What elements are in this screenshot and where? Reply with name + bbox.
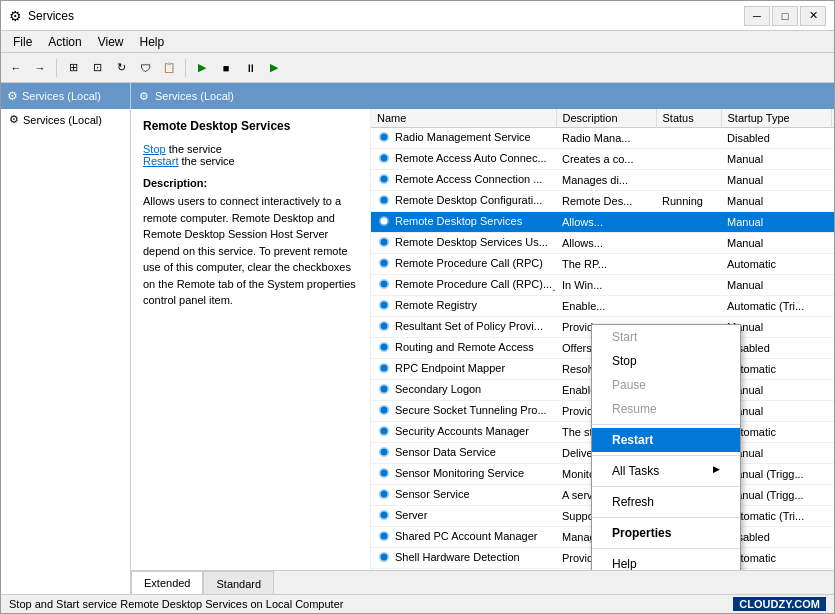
stop-link[interactable]: Stop bbox=[143, 143, 166, 155]
svg-point-27 bbox=[381, 407, 388, 414]
show-hide-button[interactable]: ⊡ bbox=[86, 57, 108, 79]
tb-sep1 bbox=[56, 59, 57, 77]
ctx-sep1 bbox=[592, 424, 740, 425]
tab-standard[interactable]: Standard bbox=[203, 571, 274, 594]
ctx-sep4 bbox=[592, 517, 740, 518]
ctx-sep2 bbox=[592, 455, 740, 456]
stop-suffix: the service bbox=[169, 143, 222, 155]
resume-button[interactable]: ▶ bbox=[263, 57, 285, 79]
ctx-restart[interactable]: Restart bbox=[592, 428, 740, 452]
ctx-start[interactable]: Start bbox=[592, 325, 740, 349]
export-button[interactable]: 🛡 bbox=[134, 57, 156, 79]
stop-button[interactable]: ■ bbox=[215, 57, 237, 79]
svg-point-1 bbox=[381, 134, 388, 141]
sidebar-item-services-local[interactable]: ⚙ Services (Local) bbox=[1, 109, 130, 130]
title-bar: ⚙ Services ─ □ ✕ bbox=[1, 1, 834, 31]
restart-link[interactable]: Restart bbox=[143, 155, 178, 167]
svg-point-37 bbox=[381, 512, 388, 519]
title-bar-left: ⚙ Services bbox=[9, 8, 74, 24]
svg-point-33 bbox=[381, 470, 388, 477]
cloudzy-badge: CLOUDZY.COM bbox=[733, 597, 826, 611]
svg-point-17 bbox=[381, 302, 388, 309]
play-button[interactable]: ▶ bbox=[191, 57, 213, 79]
menu-help[interactable]: Help bbox=[132, 33, 173, 51]
table-container: Name Description Status Startup Type Log… bbox=[371, 109, 834, 570]
ctx-properties[interactable]: Properties bbox=[592, 521, 740, 545]
col-desc[interactable]: Description bbox=[556, 109, 656, 128]
svg-point-15 bbox=[381, 281, 388, 288]
col-name[interactable]: Name bbox=[371, 109, 556, 128]
ctx-all-tasks[interactable]: All Tasks bbox=[592, 459, 740, 483]
forward-button[interactable]: → bbox=[29, 57, 51, 79]
ctx-help[interactable]: Help bbox=[592, 552, 740, 570]
right-panel: ⚙ Services (Local) Remote Desktop Servic… bbox=[131, 83, 834, 594]
ctx-resume[interactable]: Resume bbox=[592, 397, 740, 421]
back-button[interactable]: ← bbox=[5, 57, 27, 79]
svg-point-35 bbox=[381, 491, 388, 498]
split-content: Remote Desktop Services Stop the service… bbox=[131, 109, 834, 570]
main-content: ⚙ Services (Local) ⚙ Services (Local) ⚙ … bbox=[1, 83, 834, 594]
table-row[interactable]: Radio Management ServiceRadio Mana...Dis… bbox=[371, 128, 834, 149]
ctx-sep3 bbox=[592, 486, 740, 487]
up-button[interactable]: ⊞ bbox=[62, 57, 84, 79]
table-row[interactable]: Remote Access Connection ...Manages di..… bbox=[371, 170, 834, 191]
sidebar: ⚙ Services (Local) ⚙ Services (Local) bbox=[1, 83, 131, 594]
table-row[interactable]: Remote Procedure Call (RPC)...In Win...M… bbox=[371, 275, 834, 296]
refresh-button[interactable]: ↻ bbox=[110, 57, 132, 79]
services-local-icon: ⚙ bbox=[9, 113, 19, 126]
table-row[interactable]: Remote Desktop Services Us...Allows...Ma… bbox=[371, 233, 834, 254]
maximize-button[interactable]: □ bbox=[772, 6, 798, 26]
ctx-pause[interactable]: Pause bbox=[592, 373, 740, 397]
tab-extended[interactable]: Extended bbox=[131, 571, 203, 594]
bottom-tabs: Extended Standard bbox=[131, 570, 834, 594]
panel-header-icon: ⚙ bbox=[139, 90, 149, 103]
ctx-sep5 bbox=[592, 548, 740, 549]
service-title: Remote Desktop Services bbox=[143, 119, 358, 133]
ctx-refresh[interactable]: Refresh bbox=[592, 490, 740, 514]
detail-panel: Remote Desktop Services Stop the service… bbox=[131, 109, 371, 570]
svg-point-9 bbox=[381, 218, 388, 225]
svg-point-19 bbox=[381, 323, 388, 330]
table-row[interactable]: Remote Desktop ServicesAllows...ManualNe… bbox=[371, 212, 834, 233]
minimize-button[interactable]: ─ bbox=[744, 6, 770, 26]
properties-button[interactable]: 📋 bbox=[158, 57, 180, 79]
svg-point-7 bbox=[381, 197, 388, 204]
tb-sep2 bbox=[185, 59, 186, 77]
pause-button[interactable]: ⏸ bbox=[239, 57, 261, 79]
main-window: ⚙ Services ─ □ ✕ File Action View Help ←… bbox=[0, 0, 835, 614]
panel-header-label: Services (Local) bbox=[155, 90, 234, 102]
close-button[interactable]: ✕ bbox=[800, 6, 826, 26]
context-menu: Start Stop Pause Resume Restart All Task… bbox=[591, 324, 741, 570]
panel-header: ⚙ Services (Local) bbox=[131, 83, 834, 109]
col-logon[interactable]: Log On As bbox=[831, 109, 834, 128]
table-row[interactable]: Remote Desktop Configurati...Remote Des.… bbox=[371, 191, 834, 212]
svg-point-25 bbox=[381, 386, 388, 393]
svg-point-29 bbox=[381, 428, 388, 435]
sidebar-icon: ⚙ bbox=[7, 89, 18, 103]
menu-action[interactable]: Action bbox=[40, 33, 89, 51]
ctx-stop[interactable]: Stop bbox=[592, 349, 740, 373]
status-text: Stop and Start service Remote Desktop Se… bbox=[9, 598, 343, 610]
table-row[interactable]: Remote RegistryEnable...Automatic (Tri..… bbox=[371, 296, 834, 317]
window-title: Services bbox=[28, 9, 74, 23]
toolbar: ← → ⊞ ⊡ ↻ 🛡 📋 ▶ ■ ⏸ ▶ bbox=[1, 53, 834, 83]
col-startup[interactable]: Startup Type bbox=[721, 109, 831, 128]
title-controls: ─ □ ✕ bbox=[744, 6, 826, 26]
svg-point-3 bbox=[381, 155, 388, 162]
sidebar-header-label: Services (Local) bbox=[22, 90, 101, 102]
window-icon: ⚙ bbox=[9, 8, 22, 24]
table-row[interactable]: Remote Procedure Call (RPC)The RP...Auto… bbox=[371, 254, 834, 275]
services-local-label: Services (Local) bbox=[23, 114, 102, 126]
menu-bar: File Action View Help bbox=[1, 31, 834, 53]
col-status[interactable]: Status bbox=[656, 109, 721, 128]
table-header-row: Name Description Status Startup Type Log… bbox=[371, 109, 834, 128]
svg-point-23 bbox=[381, 365, 388, 372]
status-bar: Stop and Start service Remote Desktop Se… bbox=[1, 594, 834, 613]
description-text: Allows users to connect interactively to… bbox=[143, 193, 358, 309]
sidebar-header: ⚙ Services (Local) bbox=[1, 83, 130, 109]
table-row[interactable]: Remote Access Auto Connec...Creates a co… bbox=[371, 149, 834, 170]
svg-point-31 bbox=[381, 449, 388, 456]
menu-file[interactable]: File bbox=[5, 33, 40, 51]
svg-point-39 bbox=[381, 533, 388, 540]
menu-view[interactable]: View bbox=[90, 33, 132, 51]
